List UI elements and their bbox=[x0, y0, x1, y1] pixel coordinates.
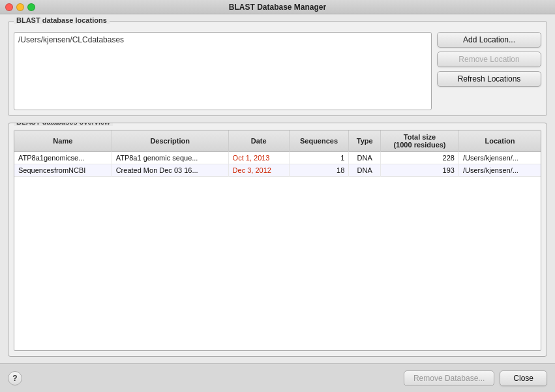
locations-list[interactable]: /Users/kjensen/CLCdatabases bbox=[14, 32, 432, 110]
col-description: Description bbox=[112, 130, 228, 152]
remove-location-button[interactable]: Remove Location bbox=[437, 52, 541, 67]
maximize-traffic-light[interactable] bbox=[27, 3, 35, 11]
close-button[interactable]: Close bbox=[500, 370, 547, 386]
table-header-row: Name Description Date Sequences Type Tot… bbox=[14, 130, 541, 152]
col-type: Type bbox=[349, 130, 381, 152]
bottom-bar: ? Remove Database... Close bbox=[0, 363, 555, 392]
help-button[interactable]: ? bbox=[8, 371, 22, 385]
overview-section-label: BLAST databases overview bbox=[14, 123, 113, 126]
col-sequences: Sequences bbox=[289, 130, 349, 152]
col-total-size: Total size(1000 residues) bbox=[381, 130, 459, 152]
locations-section-inner: /Users/kjensen/CLCdatabases Add Location… bbox=[14, 25, 541, 110]
location-path: /Users/kjensen/CLCdatabases bbox=[18, 35, 124, 44]
table-row[interactable]: SequencesfromNCBICreated Mon Dec 03 16..… bbox=[14, 164, 541, 177]
refresh-locations-button[interactable]: Refresh Locations bbox=[437, 71, 541, 87]
col-date: Date bbox=[228, 130, 289, 152]
overview-section: BLAST databases overview Name Descriptio… bbox=[8, 123, 547, 357]
locations-section: BLAST database locations /Users/kjensen/… bbox=[8, 21, 547, 116]
bottom-right: Remove Database... Close bbox=[404, 370, 547, 386]
locations-section-label: BLAST database locations bbox=[14, 16, 110, 24]
table-row[interactable]: ATP8a1genomicse...ATP8a1 genomic seque..… bbox=[14, 152, 541, 164]
overview-table-container[interactable]: Name Description Date Sequences Type Tot… bbox=[14, 130, 541, 351]
col-name: Name bbox=[14, 130, 112, 152]
title-bar: BLAST Database Manager bbox=[0, 0, 555, 14]
add-location-button[interactable]: Add Location... bbox=[437, 32, 541, 48]
locations-buttons: Add Location... Remove Location Refresh … bbox=[437, 32, 541, 110]
table-body: ATP8a1genomicse...ATP8a1 genomic seque..… bbox=[14, 152, 541, 177]
remove-database-button[interactable]: Remove Database... bbox=[404, 370, 494, 386]
traffic-lights[interactable] bbox=[5, 3, 35, 11]
minimize-traffic-light[interactable] bbox=[16, 3, 24, 11]
main-content: BLAST database locations /Users/kjensen/… bbox=[0, 14, 555, 363]
window-title: BLAST Database Manager bbox=[229, 3, 326, 12]
close-traffic-light[interactable] bbox=[5, 3, 13, 11]
col-location: Location bbox=[458, 130, 541, 152]
databases-table: Name Description Date Sequences Type Tot… bbox=[14, 130, 541, 177]
